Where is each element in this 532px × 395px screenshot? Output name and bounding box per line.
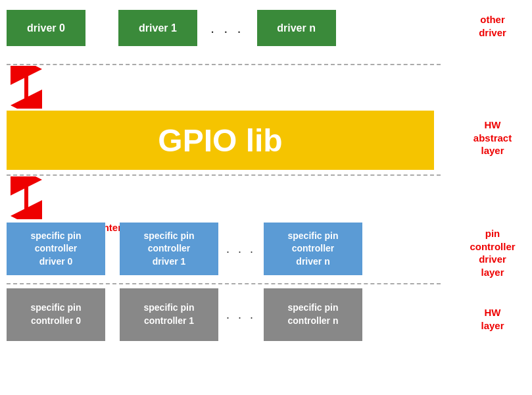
hw-layer-label: HWlayer xyxy=(460,306,525,332)
pin-ctrl-hw-0: specific pincontroller 0 xyxy=(7,288,105,341)
pin-ctrl-hw-n: specific pincontroller n xyxy=(264,288,362,341)
pin-ctrl-driver-n: specific pincontrollerdriver n xyxy=(264,223,362,275)
pin-ctrl-driver-0: specific pincontrollerdriver 0 xyxy=(7,223,105,275)
pin-ctrl-hw-1: specific pincontroller 1 xyxy=(120,288,218,341)
driver-row: driver 0 driver 1 . . . driver n xyxy=(7,10,336,46)
pin-ctrl-driver-1: specific pincontrollerdriver 1 xyxy=(120,223,218,275)
dots-3: . . . xyxy=(218,308,264,322)
driver-1-box: driver 1 xyxy=(118,10,197,46)
gpio-lib-label: GPIO lib xyxy=(158,122,282,159)
driver-0-box: driver 0 xyxy=(7,10,85,46)
hw-abstract-label: HWabstractlayer xyxy=(460,118,525,157)
dashed-line-1 xyxy=(7,64,441,65)
dots-1: . . . xyxy=(197,20,257,37)
pin-ctrl-hw-row: specific pincontroller 0 specific pincon… xyxy=(7,288,362,341)
bottom-arrow xyxy=(7,176,46,219)
gpio-lib-box: GPIO lib xyxy=(7,111,434,170)
pin-ctrl-driver-label: pincontrollerdriverlayer xyxy=(460,227,525,278)
top-arrow xyxy=(7,66,46,109)
dashed-line-3 xyxy=(7,283,441,284)
driver-n-label: driver n xyxy=(277,22,316,34)
pin-ctrl-driver-row: specific pincontrollerdriver 0 specific … xyxy=(7,223,362,275)
main-container: driver 0 driver 1 . . . driver n otherdr… xyxy=(0,0,532,395)
driver-1-label: driver 1 xyxy=(139,22,177,34)
other-driver-label: otherdriver xyxy=(460,13,525,39)
driver-n-box: driver n xyxy=(257,10,336,46)
dots-1-label: . . . xyxy=(210,20,244,36)
dots-2: . . . xyxy=(218,242,264,256)
dashed-line-2 xyxy=(7,174,441,176)
driver-0-label: driver 0 xyxy=(27,22,65,34)
